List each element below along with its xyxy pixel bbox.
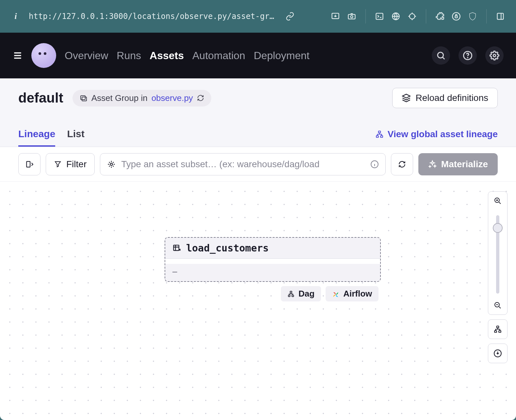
zoom-controls <box>488 191 508 363</box>
camera-icon[interactable] <box>347 11 357 22</box>
nav-overview[interactable]: Overview <box>65 50 108 62</box>
nav-automation[interactable]: Automation <box>192 50 245 62</box>
zoom-out-button[interactable] <box>488 296 507 315</box>
info-circle-icon[interactable] <box>370 160 379 169</box>
svg-rect-1 <box>348 14 355 19</box>
svg-point-12 <box>493 54 496 57</box>
asset-search-box[interactable] <box>100 153 386 175</box>
panel-right-icon <box>25 160 34 169</box>
materialize-button[interactable]: Materialize <box>418 153 498 175</box>
fit-layout-button[interactable] <box>488 319 508 339</box>
refresh-icon <box>398 160 406 169</box>
shield-icon[interactable] <box>467 11 478 22</box>
svg-rect-14 <box>82 97 87 101</box>
zoom-slider[interactable] <box>488 210 507 296</box>
svg-rect-29 <box>499 331 501 332</box>
asset-selector-icon <box>107 160 116 169</box>
graph-icon <box>375 130 384 138</box>
url-text[interactable]: http://127.0.0.1:3000/locations/observe.… <box>29 12 277 21</box>
dagster-logo[interactable] <box>31 43 56 68</box>
lock-badge-icon[interactable] <box>451 11 461 22</box>
target-icon[interactable] <box>407 11 417 22</box>
svg-rect-28 <box>494 331 497 332</box>
globe-icon[interactable] <box>391 11 401 22</box>
svg-point-11 <box>467 57 468 58</box>
airflow-tag[interactable]: Airflow <box>326 286 379 301</box>
dag-tag-label: Dag <box>298 289 314 299</box>
reload-definitions-button[interactable]: Reload definitions <box>392 88 498 108</box>
svg-rect-8 <box>497 13 504 20</box>
link-icon[interactable] <box>285 11 295 22</box>
download-svg-button[interactable] <box>488 344 508 363</box>
collapse-panel-button[interactable] <box>18 153 40 175</box>
svg-point-5 <box>410 14 415 19</box>
asset-group-chip: Asset Group in observe.py <box>73 90 211 106</box>
svg-rect-22 <box>290 291 292 293</box>
nav-runs[interactable]: Runs <box>117 50 141 62</box>
global-lineage-label: View global asset lineage <box>388 129 498 139</box>
filter-button[interactable]: Filter <box>46 153 95 175</box>
materialize-label: Materialize <box>441 159 488 170</box>
svg-rect-21 <box>174 245 179 250</box>
tab-list[interactable]: List <box>67 128 84 147</box>
chip-prefix: Asset Group in <box>91 93 148 103</box>
svg-rect-7 <box>455 16 458 18</box>
asset-icon <box>172 244 182 253</box>
svg-rect-16 <box>376 136 379 137</box>
dag-icon <box>287 290 295 298</box>
zoom-in-button[interactable] <box>488 192 507 210</box>
airflow-tag-label: Airflow <box>343 289 372 299</box>
nav-assets[interactable]: Assets <box>150 50 184 62</box>
asset-node[interactable]: load_customers – <box>165 237 381 282</box>
menu-icon[interactable] <box>12 50 23 61</box>
asset-search-input[interactable] <box>121 159 365 170</box>
search-button[interactable] <box>432 46 450 65</box>
lineage-canvas[interactable]: load_customers – Dag Airflow <box>0 182 516 420</box>
help-button[interactable] <box>459 46 477 65</box>
svg-rect-15 <box>379 131 381 133</box>
info-icon[interactable]: i <box>10 11 21 22</box>
global-lineage-link[interactable]: View global asset lineage <box>375 129 498 147</box>
asset-status: – <box>165 264 380 281</box>
tab-row: Lineage List View global asset lineage <box>0 118 516 147</box>
svg-point-19 <box>110 163 113 165</box>
chip-location-link[interactable]: observe.py <box>152 93 193 103</box>
filter-icon <box>54 160 62 168</box>
svg-rect-17 <box>380 136 383 137</box>
svg-rect-24 <box>292 295 294 297</box>
settings-button[interactable] <box>485 46 504 65</box>
refresh-chip-icon[interactable] <box>197 94 204 102</box>
tab-lineage[interactable]: Lineage <box>18 128 55 147</box>
svg-point-9 <box>438 52 443 58</box>
svg-rect-3 <box>376 13 383 20</box>
browser-url-bar: i http://127.0.0.1:3000/locations/observ… <box>0 0 516 33</box>
svg-rect-18 <box>26 161 30 167</box>
refresh-button[interactable] <box>391 153 413 175</box>
nav-deployment[interactable]: Deployment <box>254 50 310 62</box>
asset-node-tags: Dag Airflow <box>281 286 379 301</box>
svg-rect-27 <box>497 326 499 328</box>
airflow-icon <box>332 290 339 298</box>
asset-name: load_customers <box>186 242 269 254</box>
app-header: Overview Runs Assets Automation Deployme… <box>0 33 516 78</box>
page-title: default <box>18 90 63 106</box>
extension-icons <box>330 9 506 24</box>
svg-rect-23 <box>288 295 290 297</box>
reload-label: Reload definitions <box>415 93 488 103</box>
sparkle-icon <box>428 160 437 169</box>
download-icon[interactable] <box>330 11 341 22</box>
asset-group-icon <box>80 94 88 102</box>
page-subheader: default Asset Group in observe.py Reload… <box>0 78 516 118</box>
dag-tag[interactable]: Dag <box>281 286 321 301</box>
lineage-toolbar: Filter Materialize <box>0 147 516 182</box>
terminal-icon[interactable] <box>374 11 385 22</box>
panel-icon[interactable] <box>495 11 506 22</box>
puzzle-icon[interactable] <box>435 11 445 22</box>
svg-point-2 <box>351 16 353 18</box>
reload-icon <box>402 93 411 103</box>
zoom-slider-box <box>488 191 508 315</box>
svg-rect-13 <box>81 96 85 100</box>
zoom-thumb[interactable] <box>493 223 503 233</box>
filter-label: Filter <box>66 159 87 170</box>
